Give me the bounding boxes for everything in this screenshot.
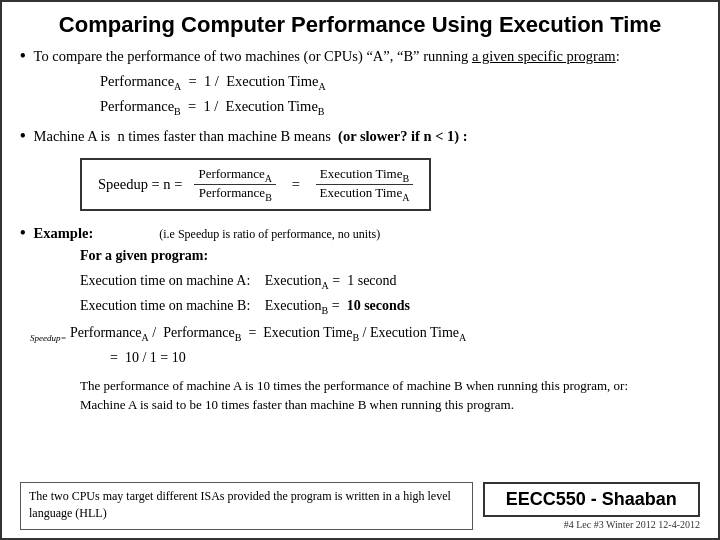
speedup-calc-line1: PerformanceA / PerformanceB = Execution … xyxy=(70,325,466,340)
example-label: Example: xyxy=(34,225,94,242)
bottom-note: The two CPUs may target different ISAs p… xyxy=(20,482,473,530)
speedup-box: Speedup = n = PerformanceA PerformanceB … xyxy=(80,158,431,210)
bottom-note-text: The two CPUs may target different ISAs p… xyxy=(29,489,451,520)
slide: Comparing Computer Performance Using Exe… xyxy=(0,0,720,540)
formula-line-a: PerformanceA = 1 / Execution TimeA xyxy=(100,70,700,95)
bullet-3-section: • Example: (i.e Speedup is ratio of perf… xyxy=(20,223,700,370)
speedup-equals: = xyxy=(288,176,303,193)
perf-text-block: The performance of machine A is 10 times… xyxy=(80,376,660,415)
speedup-calc-line2: = 10 / 1 = 10 xyxy=(110,350,186,365)
speedup-sub-tag: Speedup= xyxy=(30,333,67,343)
bullet-1-row: • To compare the performance of two mach… xyxy=(20,46,700,66)
exec-label-b: Execution time on machine B: xyxy=(80,294,261,318)
exec-lines: For a given program: Execution time on m… xyxy=(80,244,700,319)
bullet-1-marker: • xyxy=(20,47,26,65)
speedup-num-right: Execution TimeB xyxy=(316,166,413,185)
bullet-3-marker: • xyxy=(20,224,26,242)
bullet-2-text: Machine A is n times faster than machine… xyxy=(34,126,468,146)
exec-line-b: Execution time on machine B: ExecutionB … xyxy=(80,294,700,319)
speedup-fraction-right: Execution TimeB Execution TimeA xyxy=(316,166,414,202)
speedup-label: Speedup = n = xyxy=(98,176,182,193)
exec-line-a: Execution time on machine A: ExecutionA … xyxy=(80,269,700,294)
formula-line-b: PerformanceB = 1 / Execution TimeB xyxy=(100,95,700,120)
for-given-program: For a given program: xyxy=(80,244,700,268)
speedup-num-left: PerformanceA xyxy=(194,166,276,185)
exec-value-b: ExecutionB = 10 seconds xyxy=(265,294,410,319)
speedup-inner: Speedup = n = PerformanceA PerformanceB … xyxy=(98,166,413,202)
slide-title: Comparing Computer Performance Using Exe… xyxy=(20,12,700,38)
bottom-right: EECC550 - Shaaban #4 Lec #3 Winter 2012 … xyxy=(483,482,700,530)
exec-value-a: ExecutionA = 1 second xyxy=(265,269,397,294)
speedup-den-right: Execution TimeA xyxy=(316,185,414,203)
bullet-3-row: • Example: (i.e Speedup is ratio of perf… xyxy=(20,223,700,242)
bullet-2-section: • Machine A is n times faster than machi… xyxy=(20,126,700,146)
speedup-calc-lines: Speedup= PerformanceA / PerformanceB = E… xyxy=(30,321,700,370)
bullet-1-section: • To compare the performance of two mach… xyxy=(20,46,700,120)
speedup-den-left: PerformanceB xyxy=(195,185,276,203)
bottom-bar: The two CPUs may target different ISAs p… xyxy=(20,482,700,530)
perf-text: The performance of machine A is 10 times… xyxy=(80,378,628,413)
bottom-badge: EECC550 - Shaaban xyxy=(483,482,700,517)
bullet-1-text: To compare the performance of two machin… xyxy=(34,46,620,66)
speedup-fraction-left: PerformanceA PerformanceB xyxy=(194,166,276,202)
exec-label-a: Execution time on machine A: xyxy=(80,269,261,293)
bullet-2-marker: • xyxy=(20,127,26,145)
bullet-2-row: • Machine A is n times faster than machi… xyxy=(20,126,700,146)
example-note: (i.e Speedup is ratio of performance, no… xyxy=(159,227,380,242)
formula-block-1: PerformanceA = 1 / Execution TimeA Perfo… xyxy=(100,70,700,120)
slide-meta: #4 Lec #3 Winter 2012 12-4-2012 xyxy=(483,519,700,530)
speedup-box-wrapper: Speedup = n = PerformanceA PerformanceB … xyxy=(20,152,700,216)
